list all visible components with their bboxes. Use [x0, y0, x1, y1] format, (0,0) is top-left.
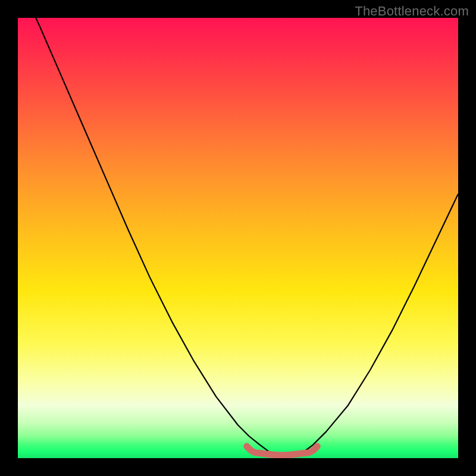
curve-svg: [18, 18, 458, 458]
plot-area: [18, 18, 458, 458]
chart-stage: TheBottleneck.com: [0, 0, 476, 476]
bottleneck-curve-line: [18, 18, 458, 456]
watermark-text: TheBottleneck.com: [355, 4, 469, 19]
flat-bottom-highlight: [247, 446, 317, 455]
